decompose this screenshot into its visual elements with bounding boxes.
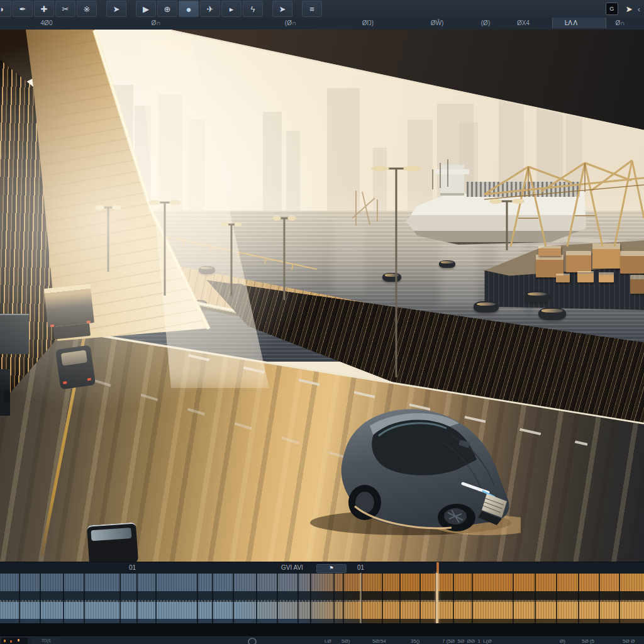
active-dot-icon[interactable]: ● xyxy=(179,1,199,17)
clip-divider xyxy=(40,573,41,623)
clip-divider xyxy=(197,573,198,623)
flag-button[interactable]: ⚑ xyxy=(316,564,347,573)
clip-divider xyxy=(619,573,620,623)
status-cell: 5Ø) xyxy=(341,638,350,644)
clip-divider xyxy=(155,573,157,623)
cursor-line-icon[interactable]: ▸ xyxy=(221,1,242,17)
traffic-car xyxy=(474,301,499,313)
status-cell: 7 (5Ø 5Ø ØØ 1 L(Ø xyxy=(442,638,492,644)
clip-divider xyxy=(310,573,311,623)
playhead[interactable] xyxy=(436,573,438,623)
clip-divider xyxy=(399,573,401,623)
secondary-marker[interactable] xyxy=(360,573,362,623)
preview-viewport[interactable] xyxy=(0,30,644,562)
bottom-car xyxy=(87,522,138,562)
play-cursor-icon[interactable]: ➤ xyxy=(106,1,126,17)
ruler-label: Ø∩ xyxy=(152,19,161,26)
ruler-label: ØX4 xyxy=(517,19,530,26)
dark-sedan-left xyxy=(55,345,96,389)
top-toolbar: ◑✒✚✂※➤▶⊕●✈▸ϟ➤≡ G ➤ ‹ xyxy=(0,0,644,18)
record-ring-icon[interactable] xyxy=(248,638,257,644)
scrub-left-label: 01 xyxy=(129,564,136,571)
status-cell: Ø) xyxy=(560,638,565,644)
clip-divider xyxy=(19,573,20,623)
traffic-car xyxy=(382,273,401,282)
status-cell: 5Ø/54 xyxy=(372,638,386,644)
clip-divider xyxy=(119,573,121,623)
clip-name-label: GVI AVI xyxy=(281,564,303,571)
ruler-label: (Ø) xyxy=(481,19,490,26)
clip-divider xyxy=(333,573,335,623)
ruler-label: Ø∩ xyxy=(616,19,625,26)
video-track-2[interactable] xyxy=(0,602,644,623)
roadside-post xyxy=(4,389,10,403)
ruler-label: ØŴ) xyxy=(431,19,444,26)
clip-divider xyxy=(419,573,421,623)
traffic-car xyxy=(439,260,455,268)
dumpster xyxy=(0,314,29,354)
clip-divider xyxy=(63,573,64,623)
toolbar-right-group: G ➤ ‹ xyxy=(606,1,643,16)
timeline-tracks[interactable] xyxy=(0,573,644,623)
scrub-marker-label: 01 xyxy=(357,564,364,571)
box-truck xyxy=(44,284,96,341)
cut-icon[interactable]: ✂ xyxy=(55,1,75,17)
cursor-tool-icon[interactable]: ➤ xyxy=(626,4,633,14)
clip-divider xyxy=(233,573,234,623)
video-track-1[interactable] xyxy=(0,574,644,600)
status-cell: 35() xyxy=(411,638,419,644)
clip-divider xyxy=(453,573,454,623)
status-cell: 5Ø Ø xyxy=(623,638,635,644)
hook-icon[interactable]: ϟ xyxy=(243,1,263,17)
arrow-icon[interactable]: ➤ xyxy=(272,1,292,17)
pin-icon[interactable]: ✚ xyxy=(34,1,54,17)
half-circle-icon[interactable]: ◑ xyxy=(0,1,11,17)
chevron-icon[interactable]: ‹ xyxy=(638,4,640,14)
g-key-button[interactable]: G xyxy=(606,3,618,15)
clip-divider xyxy=(513,573,514,623)
status-cell: LØ xyxy=(325,638,331,644)
ruler-label: ĿΛ Λ xyxy=(565,19,578,26)
status-bar: 7Ŋ(6 LØ5Ø)5Ø/5435()7 (5Ø 5Ø ØØ 1 L(ØØ)5Ø… xyxy=(0,636,644,644)
ruler-highlight-cell xyxy=(552,18,606,28)
clip-divider xyxy=(212,573,213,623)
clip-divider xyxy=(382,573,383,623)
clip-thumbnail-1[interactable] xyxy=(1,638,28,644)
ruler-label: ØŊ) xyxy=(362,19,374,26)
clip-divider xyxy=(136,573,138,623)
traffic-car xyxy=(525,291,550,303)
target-icon[interactable]: ⊕ xyxy=(157,1,177,17)
clip-divider xyxy=(277,573,278,623)
toolbar-icon-group: ◑✒✚✂※➤▶⊕●✈▸ϟ➤≡ xyxy=(0,1,323,17)
scrub-bar[interactable]: 01 GVI AVI ⚑ 01 xyxy=(0,562,644,574)
bottom-spacer xyxy=(0,623,644,636)
clip-divider xyxy=(256,573,257,623)
ruler-label: (Ø∩ xyxy=(285,19,296,26)
clip-divider xyxy=(84,573,85,623)
status-cell: 5Ø (5 xyxy=(582,638,594,644)
traffic-car xyxy=(538,308,566,320)
clip-divider xyxy=(578,573,579,623)
clip-divider xyxy=(599,573,600,623)
flag-draw-icon[interactable]: ▶ xyxy=(136,1,156,17)
clip-divider xyxy=(556,573,557,623)
clip-thumbnail-2[interactable]: 7Ŋ(6 xyxy=(31,638,60,644)
clip-divider xyxy=(297,573,299,623)
brush-icon[interactable]: ✒ xyxy=(13,1,33,17)
text-block-icon[interactable]: ≡ xyxy=(302,1,322,17)
timeline-ruler[interactable]: 4Ø0Ø∩(Ø∩ØŊ)ØŴ)(Ø)ØX4ĿΛ ΛØ∩ xyxy=(0,18,644,31)
clip-divider xyxy=(535,573,536,623)
pens-icon[interactable]: ※ xyxy=(77,1,97,17)
ruler-label: 4Ø0 xyxy=(41,19,53,26)
hero-car xyxy=(294,382,521,539)
playhead-top[interactable] xyxy=(436,562,439,574)
clip-divider xyxy=(472,573,473,623)
video-editor-window: ◑✒✚✂※➤▶⊕●✈▸ϟ➤≡ G ➤ ‹ 4Ø0Ø∩(Ø∩ØŊ)ØŴ)(Ø)ØX… xyxy=(0,0,644,644)
send-icon[interactable]: ✈ xyxy=(200,1,220,17)
clip-divider xyxy=(343,573,344,623)
